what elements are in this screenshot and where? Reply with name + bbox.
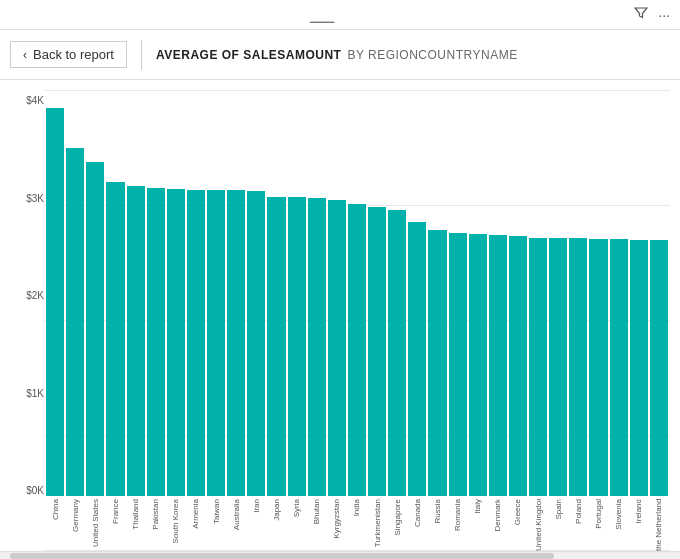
x-axis-label: Spain <box>554 499 563 519</box>
bar <box>610 239 628 496</box>
bar-wrapper[interactable] <box>489 95 507 496</box>
more-icon[interactable]: ··· <box>658 7 670 23</box>
x-label-wrapper: Russia <box>428 496 446 551</box>
toolbar-center: ⎯⎯⎯ <box>310 7 334 23</box>
bar-wrapper[interactable] <box>348 95 366 496</box>
bar-wrapper[interactable] <box>267 95 285 496</box>
x-label-wrapper: the Netherlands <box>650 496 668 551</box>
back-to-report-button[interactable]: ‹ Back to report <box>10 41 127 68</box>
chart-area: $4K$3K$2K$1K$0K ChinaGermanyUnited State… <box>0 80 680 551</box>
x-axis-label: Kyrgyzstan <box>332 499 341 539</box>
header-row: ‹ Back to report AVERAGE OF SALESAMOUNT … <box>0 30 680 80</box>
x-axis-label: Syria <box>292 499 301 517</box>
x-axis-label: United Kingdom <box>534 499 543 551</box>
x-axis-label: Japan <box>272 499 281 521</box>
x-axis-label: Ireland <box>634 499 643 523</box>
x-label-wrapper: Thailand <box>127 496 145 551</box>
bar <box>328 200 346 496</box>
x-axis-label: Canada <box>413 499 422 527</box>
x-axis-label: Greece <box>513 499 522 525</box>
x-axis-label: Armenia <box>191 499 200 529</box>
bar-wrapper[interactable] <box>106 95 124 496</box>
x-label-wrapper: United Kingdom <box>529 496 547 551</box>
bar-wrapper[interactable] <box>449 95 467 496</box>
bar <box>408 222 426 496</box>
bar <box>247 191 265 496</box>
bar-wrapper[interactable] <box>46 95 64 496</box>
top-toolbar: ⎯⎯⎯ ··· <box>0 0 680 30</box>
bar-wrapper[interactable] <box>610 95 628 496</box>
bar-wrapper[interactable] <box>569 95 587 496</box>
bar <box>449 233 467 496</box>
hamburger-icon: ⎯⎯⎯ <box>310 7 334 23</box>
x-label-wrapper: Canada <box>408 496 426 551</box>
x-axis-label: Poland <box>574 499 583 524</box>
back-button-label: Back to report <box>33 47 114 62</box>
chart-title-main: AVERAGE OF SALESAMOUNT <box>156 48 341 62</box>
bar-wrapper[interactable] <box>408 95 426 496</box>
chart-title: AVERAGE OF SALESAMOUNT BY REGIONCOUNTRYN… <box>156 48 518 62</box>
x-axis-label: the Netherlands <box>654 499 663 551</box>
x-axis-label: Pakistan <box>151 499 160 530</box>
chart-title-by: BY REGIONCOUNTRYNAME <box>347 48 517 62</box>
bar-wrapper[interactable] <box>207 95 225 496</box>
x-axis-label: Turkmenistan <box>373 499 382 547</box>
bar-wrapper[interactable] <box>469 95 487 496</box>
bar-wrapper[interactable] <box>227 95 245 496</box>
scrollbar-thumb[interactable] <box>10 553 554 559</box>
y-axis-label: $0K <box>26 485 44 496</box>
x-axis-label: Bhutan <box>312 499 321 524</box>
x-label-wrapper: India <box>348 496 366 551</box>
header-divider <box>141 40 142 70</box>
x-axis-label: South Korea <box>171 499 180 543</box>
bar-wrapper[interactable] <box>368 95 386 496</box>
x-label-wrapper: Pakistan <box>147 496 165 551</box>
x-axis: ChinaGermanyUnited StatesFranceThailandP… <box>46 496 668 551</box>
toolbar-right: ··· <box>634 6 670 23</box>
bar <box>529 238 547 496</box>
bar <box>348 204 366 496</box>
bar-wrapper[interactable] <box>388 95 406 496</box>
x-axis-label: Iran <box>252 499 261 513</box>
bar-wrapper[interactable] <box>66 95 84 496</box>
y-axis-label: $3K <box>26 193 44 204</box>
x-label-wrapper: China <box>46 496 64 551</box>
bar-wrapper[interactable] <box>127 95 145 496</box>
y-axis-label: $1K <box>26 388 44 399</box>
x-label-wrapper: South Korea <box>167 496 185 551</box>
bar-wrapper[interactable] <box>529 95 547 496</box>
bar-wrapper[interactable] <box>650 95 668 496</box>
x-label-wrapper: France <box>106 496 124 551</box>
bar <box>589 239 607 496</box>
x-label-wrapper: Singapore <box>388 496 406 551</box>
bar <box>489 235 507 496</box>
x-axis-label: Portugal <box>594 499 603 529</box>
filter-icon[interactable] <box>634 6 648 23</box>
bar-wrapper[interactable] <box>589 95 607 496</box>
x-label-wrapper: United States <box>86 496 104 551</box>
bar-wrapper[interactable] <box>86 95 104 496</box>
x-axis-label: Thailand <box>131 499 140 530</box>
bar-wrapper[interactable] <box>288 95 306 496</box>
x-label-wrapper: Turkmenistan <box>368 496 386 551</box>
bar-wrapper[interactable] <box>187 95 205 496</box>
bar-wrapper[interactable] <box>549 95 567 496</box>
bar-wrapper[interactable] <box>428 95 446 496</box>
x-label-wrapper: Armenia <box>187 496 205 551</box>
bar-wrapper[interactable] <box>509 95 527 496</box>
bar-wrapper[interactable] <box>308 95 326 496</box>
x-label-wrapper: Germany <box>66 496 84 551</box>
x-label-wrapper: Iran <box>247 496 265 551</box>
y-axis-label: $2K <box>26 290 44 301</box>
x-label-wrapper: Spain <box>549 496 567 551</box>
bar-wrapper[interactable] <box>247 95 265 496</box>
bar-wrapper[interactable] <box>328 95 346 496</box>
bar-wrapper[interactable] <box>147 95 165 496</box>
bar <box>127 186 145 496</box>
bottom-scrollbar[interactable] <box>0 551 680 559</box>
bar-wrapper[interactable] <box>630 95 648 496</box>
x-label-wrapper: Greece <box>509 496 527 551</box>
x-axis-label: India <box>352 499 361 516</box>
bar <box>167 189 185 496</box>
bar-wrapper[interactable] <box>167 95 185 496</box>
